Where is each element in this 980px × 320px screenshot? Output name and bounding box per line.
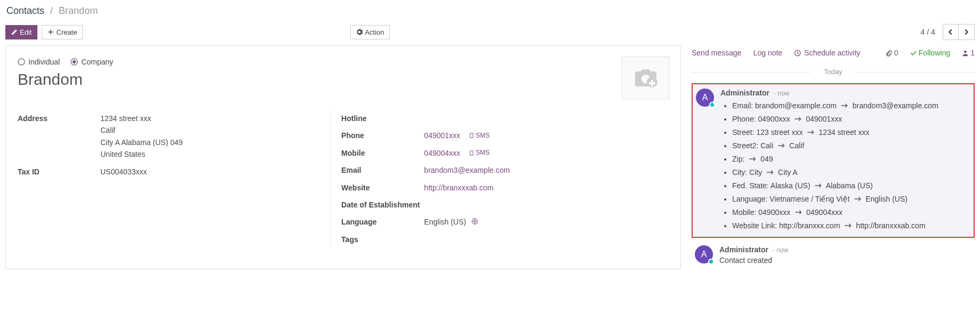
arrow-right-icon <box>794 116 802 122</box>
radio-company[interactable]: Company <box>70 58 113 66</box>
arrow-right-icon <box>814 183 822 188</box>
change-item: Email: brandom@example.com brandom3@exam… <box>732 99 970 113</box>
radio-individual[interactable]: Individual <box>18 58 60 66</box>
user-icon <box>962 50 969 57</box>
paperclip-icon <box>885 50 892 57</box>
avatar: A <box>695 245 713 263</box>
value-tags <box>424 234 669 245</box>
arrow-right-icon <box>841 103 848 108</box>
globe-icon[interactable] <box>472 218 478 226</box>
plus-icon <box>48 29 54 35</box>
schedule-activity-button[interactable]: Schedule activity <box>794 49 860 57</box>
action-button[interactable]: Action <box>350 25 390 39</box>
message-author[interactable]: Administrator <box>719 245 769 254</box>
change-item: City: City City A <box>732 166 970 179</box>
label-taxid: Tax ID <box>18 166 100 178</box>
send-message-button[interactable]: Send message <box>692 49 741 57</box>
change-item: Street: 123 street xxx 1234 street xxx <box>732 126 970 139</box>
sms-button-mobile[interactable]: SMS <box>469 148 490 158</box>
svg-point-5 <box>964 50 967 53</box>
value-doe <box>424 199 669 211</box>
label-address: Address <box>18 113 100 161</box>
label-hotline: Hotline <box>341 113 424 124</box>
change-item: Street2: Cali Calif <box>732 139 970 153</box>
chevron-right-icon <box>962 28 970 36</box>
breadcrumb-current: Brandom <box>59 5 98 16</box>
create-button[interactable]: Create <box>42 25 83 39</box>
label-doe: Date of Establishment <box>341 199 424 211</box>
label-tags: Tags <box>341 234 424 245</box>
arrow-right-icon <box>844 223 852 228</box>
label-website: Website <box>341 182 424 194</box>
value-hotline <box>424 113 669 124</box>
change-item: Phone: 04900xxx 049001xxx <box>732 113 970 126</box>
message-change-log: A Administrator - now Email: brandom@exa… <box>692 83 975 238</box>
camera-plus-icon <box>633 67 658 89</box>
pager-next-button[interactable] <box>959 24 975 40</box>
schedule-activity-label: Schedule activity <box>804 49 860 57</box>
svg-rect-1 <box>470 133 473 138</box>
change-list: Email: brandom@example.com brandom3@exam… <box>732 99 970 233</box>
change-item: Language: Vietnamese / Tiếng Việt Englis… <box>732 193 970 206</box>
value-mobile[interactable]: 049004xxx <box>424 149 460 157</box>
message-time: - now <box>774 90 789 97</box>
action-button-label: Action <box>365 28 384 36</box>
edit-button-label: Edit <box>20 28 32 36</box>
label-phone: Phone <box>341 130 424 141</box>
avatar: A <box>696 89 714 107</box>
presence-dot <box>709 102 715 108</box>
clock-icon <box>794 50 801 57</box>
date-divider: Today <box>692 68 975 76</box>
pager-prev-button[interactable] <box>943 24 959 40</box>
value-phone[interactable]: 049001xxx <box>424 131 460 140</box>
form-panel: Individual Company Brandom Address <box>5 45 681 269</box>
page-title: Brandom <box>18 70 669 89</box>
value-language: English (US) <box>424 218 466 226</box>
create-button-label: Create <box>56 28 77 36</box>
follower-count: 1 <box>970 49 975 57</box>
arrow-right-icon <box>795 210 802 215</box>
arrow-right-icon <box>778 143 785 148</box>
radio-individual-label: Individual <box>28 58 60 66</box>
arrow-right-icon <box>766 170 774 175</box>
check-icon <box>910 50 917 57</box>
arrow-right-icon <box>749 156 756 162</box>
change-item: Zip: 049 <box>732 153 970 166</box>
arrow-right-icon <box>807 130 814 135</box>
value-email[interactable]: brandom3@example.com <box>424 166 510 174</box>
arrow-right-icon <box>854 196 861 202</box>
chatter-panel: Send message Log note Schedule activity … <box>692 45 975 269</box>
address-line4: United States <box>100 148 330 160</box>
breadcrumb-separator: / <box>50 5 53 16</box>
sms-label: SMS <box>476 131 490 141</box>
address-line1: 1234 street xxx <box>100 113 330 124</box>
mobile-icon <box>469 133 474 138</box>
image-placeholder[interactable] <box>622 57 670 99</box>
breadcrumb: Contacts / Brandom <box>0 0 980 22</box>
value-website[interactable]: http://branxxxab.com <box>424 183 493 192</box>
change-item: Fed. State: Alaska (US) Alabama (US) <box>732 179 970 193</box>
sms-label: SMS <box>476 148 490 158</box>
message-author[interactable]: Administrator <box>720 89 770 97</box>
following-button[interactable]: Following <box>910 49 950 57</box>
radio-company-label: Company <box>81 58 113 66</box>
followers-button[interactable]: 1 <box>962 49 975 57</box>
sms-button-phone[interactable]: SMS <box>469 131 490 141</box>
address-line2: Calif <box>100 124 330 136</box>
svg-rect-2 <box>470 150 473 155</box>
chevron-left-icon <box>947 28 954 36</box>
following-label: Following <box>919 49 950 57</box>
log-note-button[interactable]: Log note <box>753 49 782 57</box>
message-created: A Administrator - now Contact created <box>692 241 975 269</box>
label-mobile: Mobile <box>341 147 424 159</box>
edit-button[interactable]: Edit <box>5 25 37 39</box>
pencil-icon <box>11 29 18 35</box>
attach-count: 0 <box>894 49 898 57</box>
change-item: Mobile: 04900xxx 049004xxx <box>732 206 970 219</box>
message-text: Contact created <box>719 256 971 265</box>
pager-text: 4 / 4 <box>921 28 935 36</box>
toolbar: Edit Create Action 4 / 4 <box>0 22 980 45</box>
radio-icon <box>18 58 25 66</box>
attachments-button[interactable]: 0 <box>885 49 898 57</box>
breadcrumb-root[interactable]: Contacts <box>6 5 44 16</box>
